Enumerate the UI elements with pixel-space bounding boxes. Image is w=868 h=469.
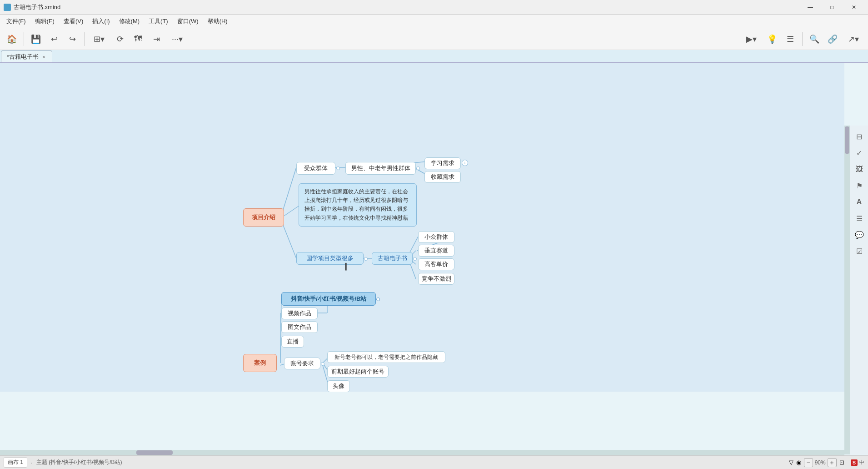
tab-bar: *古籍电子书 × [0, 50, 868, 63]
node-two-accounts[interactable]: 前期最好起两个账号 [327, 366, 389, 378]
task-panel-btn[interactable]: ☑ [852, 244, 867, 258]
node-account-req[interactable]: 账号要求 [284, 358, 320, 369]
home-button[interactable]: 🏠 [4, 31, 20, 47]
connector-dot-2 [416, 166, 420, 170]
tab-label: *古籍电子书 [7, 53, 39, 61]
zoom-in-button[interactable]: + [828, 458, 837, 467]
node-audience[interactable]: 受众群体 [296, 162, 335, 175]
layout-button[interactable]: ⊞▾ [88, 31, 110, 47]
redo-button[interactable]: ↪ [64, 31, 80, 47]
ime-indicator: S [851, 459, 858, 466]
menu-file[interactable]: 文件(F) [2, 15, 30, 27]
main-area: 项目介绍 受众群体 男性、中老年男性群体 学习需求 + 收藏需求 男性往往承担家… [0, 63, 868, 469]
status-bar: 画布 1 · 主题 (抖音/快手/小红书/视频号/B站) ▽ ◉ − 90% +… [0, 455, 868, 469]
tab-close-button[interactable]: × [41, 54, 46, 60]
node-male-group[interactable]: 男性、中老年男性群体 [345, 162, 416, 175]
canvas-area[interactable]: 项目介绍 受众群体 男性、中老年男性群体 学习需求 + 收藏需求 男性往往承担家… [0, 63, 844, 392]
window-controls: — □ ✕ [800, 0, 864, 15]
canvas-label[interactable]: 画布 1 [4, 457, 27, 468]
app-title-text: 古籍电子书.xmind [14, 3, 60, 11]
menu-view[interactable]: 查看(V) [59, 15, 88, 27]
title-bar: 古籍电子书.xmind — □ ✕ [0, 0, 868, 15]
divider-3 [802, 32, 803, 46]
filter-button[interactable]: ▽ [789, 459, 793, 466]
toolbar: 🏠 💾 ↩ ↪ ⊞▾ ⟳ 🗺 ⇥ ···▾ ▶▾ 💡 ☰ 🔍 🔗 ↗▾ [0, 28, 868, 50]
comment-panel-btn[interactable]: 💬 [852, 227, 867, 242]
node-guoxue-types[interactable]: 国学项目类型很多 [296, 252, 364, 265]
menu-edit[interactable]: 编辑(E) [30, 15, 59, 27]
status-left: 画布 1 · 主题 (抖音/快手/小红书/视频号/B站) [4, 457, 785, 468]
connector-dot-6 [321, 362, 324, 366]
ime-lang: 中 [859, 459, 864, 466]
text-block: 男性往往承担家庭收入的主要责任，在社会上摸爬滚打几十年，经历或见过很多阴暗与挫折… [299, 183, 417, 227]
node-guji-ebook[interactable]: 古籍电子书 [372, 252, 413, 265]
horizontal-scrollbar-thumb[interactable] [136, 450, 173, 455]
node-low-competition[interactable]: 竞争不激烈 [418, 273, 454, 285]
node-video-works[interactable]: 视频作品 [281, 308, 318, 319]
svg-line-7 [409, 237, 418, 254]
node-study-need[interactable]: 学习需求 [424, 157, 461, 169]
bulb-button[interactable]: 💡 [764, 31, 780, 47]
more-button[interactable]: ···▾ [166, 31, 188, 47]
structure-panel-btn[interactable]: ⊟ [852, 129, 867, 144]
check-panel-btn[interactable]: ✓ [852, 146, 867, 160]
node-high-price[interactable]: 高客单价 [418, 258, 454, 270]
present-button[interactable]: ▶▾ [740, 31, 762, 47]
node-case[interactable]: 案例 [243, 354, 277, 372]
divider-1 [24, 32, 24, 46]
active-tab[interactable]: *古籍电子书 × [1, 50, 52, 62]
fit-button[interactable]: ⊡ [839, 459, 844, 466]
expand-study-need[interactable]: + [462, 160, 468, 166]
status-right: ▽ ◉ − 90% + ⊡ S 中 [789, 458, 864, 467]
node-platform[interactable]: 抖音/快手/小红书/视频号/B站 [281, 292, 376, 306]
eye-button[interactable]: ◉ [796, 459, 801, 466]
maximize-button[interactable]: □ [822, 0, 843, 15]
menu-tools[interactable]: 工具(T) [144, 15, 173, 27]
node-project-intro[interactable]: 项目介绍 [243, 208, 284, 227]
indent-button[interactable]: ⇥ [148, 31, 165, 47]
connector-dot-3 [364, 257, 368, 261]
connectors-svg [0, 63, 844, 392]
notes-panel-btn[interactable]: ☰ [852, 211, 867, 226]
share-button[interactable]: 🔗 [824, 31, 841, 47]
node-new-old-ok[interactable]: 新号老号都可以，老号需要把之前作品隐藏 [327, 351, 445, 363]
flag-panel-btn[interactable]: ⚑ [852, 178, 867, 193]
node-avatar[interactable]: 头像 [327, 380, 350, 392]
menu-bar: 文件(F) 编辑(E) 查看(V) 插入(I) 修改(M) 工具(T) 窗口(W… [0, 15, 868, 28]
image-panel-btn[interactable]: 🖼 [852, 162, 867, 177]
map-button[interactable]: 🗺 [130, 31, 146, 47]
vertical-scrollbar[interactable] [844, 126, 850, 454]
divider-status: · [31, 459, 33, 466]
menu-help[interactable]: 帮助(H) [203, 15, 232, 27]
ime-area: S 中 [851, 459, 864, 466]
node-vertical-channel[interactable]: 垂直赛道 [418, 245, 454, 257]
menu-window[interactable]: 窗口(W) [173, 15, 203, 27]
node-minor-group[interactable]: 小众群体 [418, 231, 454, 243]
close-button[interactable]: ✕ [843, 0, 864, 15]
app-icon [4, 4, 11, 11]
zoom-percent: 90% [815, 459, 826, 466]
connector-dot-4 [413, 257, 417, 261]
vertical-scrollbar-thumb[interactable] [845, 126, 849, 154]
right-panel: ⊟ ✓ 🖼 ⚑ A ☰ 💬 ☑ [850, 126, 868, 454]
text-format-panel-btn[interactable]: A [852, 195, 867, 209]
divider-2 [84, 32, 85, 46]
horizontal-scrollbar[interactable] [0, 450, 844, 455]
undo-button[interactable]: ↩ [46, 31, 62, 47]
zoom-control: − 90% + ⊡ [804, 458, 844, 467]
minimize-button[interactable]: — [800, 0, 821, 15]
zoom-in-button[interactable]: 🔍 [806, 31, 823, 47]
save-button[interactable]: 💾 [28, 31, 44, 47]
connector-dot-5 [376, 298, 380, 301]
export-button[interactable]: ↗▾ [843, 31, 864, 47]
menu-insert[interactable]: 插入(I) [88, 15, 114, 27]
connector-dot-1 [336, 166, 340, 170]
refresh-button[interactable]: ⟳ [112, 31, 128, 47]
zoom-out-button[interactable]: − [804, 458, 813, 467]
menu-modify[interactable]: 修改(M) [115, 15, 145, 27]
node-collect-need[interactable]: 收藏需求 [424, 171, 461, 183]
summary-button[interactable]: ☰ [782, 31, 798, 47]
node-live[interactable]: 直播 [281, 336, 304, 348]
app-title: 古籍电子书.xmind [4, 3, 800, 11]
node-graphic-works[interactable]: 图文作品 [281, 321, 318, 333]
